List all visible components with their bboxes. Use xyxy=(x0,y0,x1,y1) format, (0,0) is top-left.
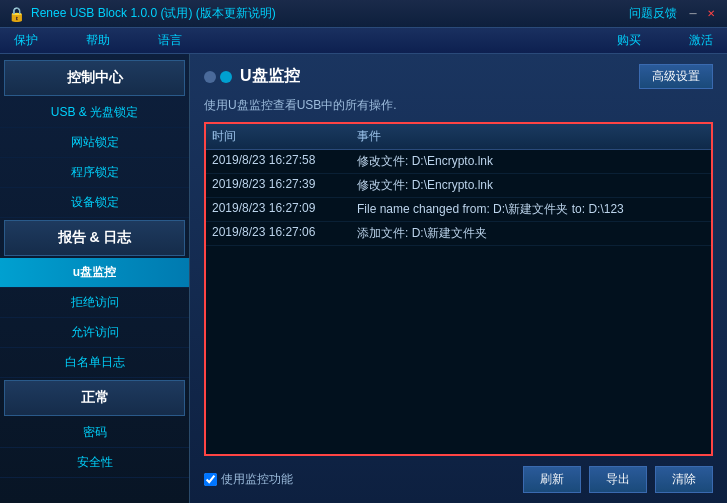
table-header: 时间 事件 xyxy=(206,124,711,150)
cell-time-1: 2019/8/23 16:27:58 xyxy=(212,153,357,170)
cell-event-2: 修改文件: D:\Encrypto.lnk xyxy=(357,177,705,194)
sidebar-item-website-lock[interactable]: 网站锁定 xyxy=(0,128,189,158)
window-controls: ─ ✕ xyxy=(685,7,719,21)
cell-time-3: 2019/8/23 16:27:09 xyxy=(212,201,357,218)
sidebar-item-allow-access[interactable]: 允许访问 xyxy=(0,318,189,348)
clear-button[interactable]: 清除 xyxy=(655,466,713,493)
monitor-checkbox-wrap: 使用监控功能 xyxy=(204,471,293,488)
advanced-settings-button[interactable]: 高级设置 xyxy=(639,64,713,89)
table-row: 2019/8/23 16:27:39 修改文件: D:\Encrypto.lnk xyxy=(206,174,711,198)
content-area: U盘监控 高级设置 使用U盘监控查看USB中的所有操作. 时间 事件 2019/… xyxy=(190,54,727,503)
cell-event-1: 修改文件: D:\Encrypto.lnk xyxy=(357,153,705,170)
main-layout: 控制中心 USB & 光盘锁定 网站锁定 程序锁定 设备锁定 报告 & 日志 u… xyxy=(0,54,727,503)
menu-language[interactable]: 语言 xyxy=(154,30,186,51)
refresh-button[interactable]: 刷新 xyxy=(523,466,581,493)
page-title: U盘监控 xyxy=(240,66,300,87)
sidebar-item-device-lock[interactable]: 设备锁定 xyxy=(0,188,189,218)
table-row: 2019/8/23 16:27:58 修改文件: D:\Encrypto.lnk xyxy=(206,150,711,174)
bottom-buttons: 刷新 导出 清除 xyxy=(523,466,713,493)
app-title: Renee USB Block 1.0.0 (试用) (版本更新说明) xyxy=(31,5,629,22)
sidebar-item-whitelist-log[interactable]: 白名单日志 xyxy=(0,348,189,378)
minimize-button[interactable]: ─ xyxy=(685,7,701,21)
sidebar-item-deny-access[interactable]: 拒绝访问 xyxy=(0,288,189,318)
lock-icon: 🔒 xyxy=(8,6,25,22)
sidebar-header-control[interactable]: 控制中心 xyxy=(4,60,185,96)
cell-event-3: File name changed from: D:\新建文件夹 to: D:\… xyxy=(357,201,705,218)
sidebar-header-report[interactable]: 报告 & 日志 xyxy=(4,220,185,256)
table-body: 2019/8/23 16:27:58 修改文件: D:\Encrypto.lnk… xyxy=(206,150,711,246)
dot-2 xyxy=(220,71,232,83)
menu-activate[interactable]: 激活 xyxy=(685,30,717,51)
sidebar: 控制中心 USB & 光盘锁定 网站锁定 程序锁定 设备锁定 报告 & 日志 u… xyxy=(0,54,190,503)
feedback-link[interactable]: 问题反馈 xyxy=(629,5,677,22)
cell-time-4: 2019/8/23 16:27:06 xyxy=(212,225,357,242)
sidebar-item-password[interactable]: 密码 xyxy=(0,418,189,448)
sidebar-item-usb-lock[interactable]: USB & 光盘锁定 xyxy=(0,98,189,128)
dot-1 xyxy=(204,71,216,83)
menu-help[interactable]: 帮助 xyxy=(82,30,114,51)
sidebar-item-program-lock[interactable]: 程序锁定 xyxy=(0,158,189,188)
menu-protect[interactable]: 保护 xyxy=(10,30,42,51)
sidebar-item-usb-monitor[interactable]: u盘监控 xyxy=(0,258,189,288)
page-dots xyxy=(204,71,232,83)
close-button[interactable]: ✕ xyxy=(703,7,719,21)
menu-buy[interactable]: 购买 xyxy=(613,30,645,51)
col-event: 事件 xyxy=(357,128,705,145)
menu-bar: 保护 帮助 语言 购买 激活 xyxy=(0,28,727,54)
monitor-checkbox[interactable] xyxy=(204,473,217,486)
sidebar-section-control: 控制中心 USB & 光盘锁定 网站锁定 程序锁定 设备锁定 xyxy=(0,60,189,218)
bottom-bar: 使用监控功能 刷新 导出 清除 xyxy=(204,466,713,493)
sidebar-section-normal: 正常 密码 安全性 xyxy=(0,380,189,478)
monitor-checkbox-label: 使用监控功能 xyxy=(221,471,293,488)
sidebar-item-security[interactable]: 安全性 xyxy=(0,448,189,478)
cell-event-4: 添加文件: D:\新建文件夹 xyxy=(357,225,705,242)
cell-time-2: 2019/8/23 16:27:39 xyxy=(212,177,357,194)
page-description: 使用U盘监控查看USB中的所有操作. xyxy=(204,97,713,114)
title-bar: 🔒 Renee USB Block 1.0.0 (试用) (版本更新说明) 问题… xyxy=(0,0,727,28)
sidebar-section-report: 报告 & 日志 u盘监控 拒绝访问 允许访问 白名单日志 xyxy=(0,220,189,378)
log-table: 时间 事件 2019/8/23 16:27:58 修改文件: D:\Encryp… xyxy=(204,122,713,456)
table-row: 2019/8/23 16:27:09 File name changed fro… xyxy=(206,198,711,222)
page-header: U盘监控 高级设置 xyxy=(204,64,713,89)
table-row: 2019/8/23 16:27:06 添加文件: D:\新建文件夹 xyxy=(206,222,711,246)
export-button[interactable]: 导出 xyxy=(589,466,647,493)
col-time: 时间 xyxy=(212,128,357,145)
sidebar-header-normal[interactable]: 正常 xyxy=(4,380,185,416)
